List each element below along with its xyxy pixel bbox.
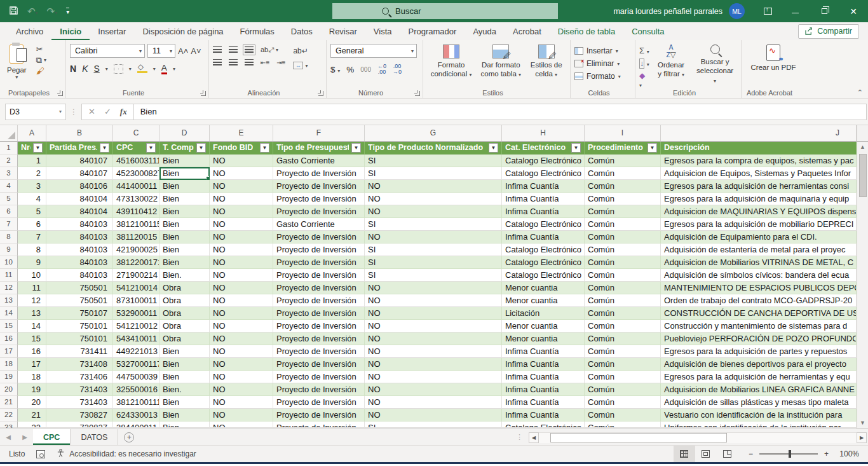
tab-inicio[interactable]: Inicio <box>51 24 90 40</box>
cell[interactable]: 449221013 <box>113 345 159 358</box>
row-header-9[interactable]: 9 <box>0 243 18 256</box>
cell[interactable]: 4516003111 <box>113 154 159 167</box>
cell[interactable]: Proyecto de Inversión <box>273 396 365 409</box>
cell[interactable]: Común <box>585 243 661 256</box>
cell[interactable]: 3812100115 <box>113 218 159 231</box>
collapse-ribbon-icon[interactable]: ⌃ <box>857 88 863 97</box>
cell[interactable]: Bien <box>159 358 210 371</box>
header-cell[interactable]: Nro.▼ <box>18 142 46 154</box>
cell[interactable]: Catalogo Electrónico <box>502 269 585 282</box>
cell[interactable]: NO <box>365 383 502 396</box>
normal-view-icon[interactable] <box>674 446 695 462</box>
scroll-left-icon[interactable]: ◀ <box>529 432 539 443</box>
insert-function-icon[interactable]: fx <box>120 107 127 117</box>
horizontal-scrollbar[interactable]: ◀ ▶ <box>529 432 867 443</box>
cell[interactable]: 16 <box>18 345 46 358</box>
cell[interactable]: NO <box>210 358 273 371</box>
cell[interactable]: 19 <box>18 383 46 396</box>
clear-icon[interactable]: ◆ ▾ <box>639 71 649 89</box>
cell[interactable]: NO <box>365 282 502 294</box>
fill-color-caret[interactable]: ▾ <box>153 66 156 72</box>
tab-archivo[interactable]: Archivo <box>8 24 51 40</box>
row-header-18[interactable]: 18 <box>0 358 18 371</box>
restore-button[interactable] <box>810 0 839 22</box>
tab-revisar[interactable]: Revisar <box>321 24 365 40</box>
cell[interactable]: Proyecto de Inversión <box>273 205 365 218</box>
cell[interactable]: Menor cuantia <box>502 294 585 307</box>
number-format-select[interactable]: General▾ <box>330 44 417 58</box>
close-button[interactable]: ✕ <box>839 0 868 22</box>
tab-splitter[interactable]: ⋮ <box>516 433 523 441</box>
cell[interactable]: 381120015 <box>113 231 159 243</box>
align-right-icon[interactable] <box>245 59 254 66</box>
tab-programador[interactable]: Programador <box>400 24 465 40</box>
cell[interactable]: Común <box>585 320 661 332</box>
zoom-level[interactable]: 100% <box>836 449 859 458</box>
tab-vista[interactable]: Vista <box>365 24 400 40</box>
row-header-3[interactable]: 3 <box>0 167 18 180</box>
row-header-4[interactable]: 4 <box>0 180 18 193</box>
cell[interactable]: Egresos para la adquisición de partes y … <box>661 345 857 358</box>
cell[interactable]: NO <box>365 409 502 421</box>
cell[interactable]: Común <box>585 345 661 358</box>
cell[interactable]: 731408 <box>46 358 113 371</box>
cell[interactable]: Orden de trabajo del contrato MCO-GADPRS… <box>661 294 857 307</box>
row-header-20[interactable]: 20 <box>0 383 18 396</box>
cell[interactable]: Egresos para la adquisición de mobiliari… <box>661 218 857 231</box>
cell[interactable]: NO <box>365 294 502 307</box>
cell[interactable]: NO <box>210 421 273 428</box>
cell[interactable]: Adquisición de bienes deportivos para el… <box>661 358 857 371</box>
user-name[interactable]: maria lourdes peñafiel parrales <box>613 7 722 16</box>
ribbon-display-options-icon[interactable] <box>755 0 780 22</box>
merge-center-icon[interactable]: ↔▾ <box>293 62 308 69</box>
column-header-G[interactable]: G <box>365 125 502 141</box>
fill-icon[interactable]: ↓ ▾ <box>639 58 649 68</box>
cell[interactable]: NO <box>210 205 273 218</box>
row-header-8[interactable]: 8 <box>0 231 18 243</box>
cell[interactable]: NO <box>365 345 502 358</box>
cell[interactable]: Común <box>585 371 661 383</box>
cell[interactable]: Obra <box>159 332 210 345</box>
cell[interactable]: NO <box>365 371 502 383</box>
font-color-caret[interactable]: ▾ <box>173 66 175 72</box>
cell[interactable]: Egresos para la adquisición de maquinari… <box>661 193 857 205</box>
find-select-button[interactable]: Buscar y seleccionar ▾ <box>693 43 737 86</box>
cell[interactable]: Adquisicion de Mobiliarios LINEA GRAFICA… <box>661 383 857 396</box>
tab-datos[interactable]: Datos <box>283 24 321 40</box>
cell[interactable]: Proyecto de Inversión <box>273 256 365 269</box>
cell[interactable]: Obra <box>159 282 210 294</box>
cell[interactable]: 840107 <box>46 154 113 167</box>
cell[interactable]: Bien <box>159 154 210 167</box>
select-all-corner[interactable] <box>0 125 18 141</box>
cell[interactable]: Común <box>585 307 661 320</box>
cell[interactable]: Proyecto de Inversión <box>273 371 365 383</box>
filter-dropdown-icon[interactable]: ▼ <box>146 143 156 153</box>
format-cells-button[interactable]: Formato ▾ <box>574 72 621 81</box>
cell[interactable]: Bien <box>159 231 210 243</box>
cell[interactable]: Proyecto de Inversión <box>273 345 365 358</box>
cell[interactable]: NO <box>365 307 502 320</box>
header-cell[interactable]: Fondo BID▼ <box>210 142 273 154</box>
cell[interactable]: NO <box>210 383 273 396</box>
borders-icon[interactable] <box>114 64 123 74</box>
cell[interactable]: Común <box>585 383 661 396</box>
align-bottom-icon[interactable] <box>245 46 254 53</box>
number-dialog-launcher[interactable] <box>415 91 420 96</box>
cell[interactable]: Catalogo Electrónico <box>502 243 585 256</box>
cell[interactable]: NO <box>210 243 273 256</box>
cell[interactable]: 13 <box>18 307 46 320</box>
cell[interactable]: NO <box>365 396 502 409</box>
avatar[interactable]: ML <box>729 3 745 19</box>
cell[interactable]: NO <box>210 167 273 180</box>
cell[interactable]: Uniformes con identificación de la insti… <box>661 421 857 428</box>
zoom-in-icon[interactable]: + <box>824 449 829 458</box>
save-icon[interactable] <box>9 6 18 17</box>
clipboard-dialog-launcher[interactable] <box>58 91 63 96</box>
sheet-tab-datos[interactable]: DATOS <box>71 429 118 445</box>
row-header-10[interactable]: 10 <box>0 256 18 269</box>
font-color-icon[interactable]: A <box>161 63 167 74</box>
cell[interactable]: Bien <box>159 218 210 231</box>
cell[interactable]: Infima Cuantía <box>502 345 585 358</box>
cell[interactable]: Bien <box>159 345 210 358</box>
cell[interactable]: Proyecto de Inversión <box>273 294 365 307</box>
